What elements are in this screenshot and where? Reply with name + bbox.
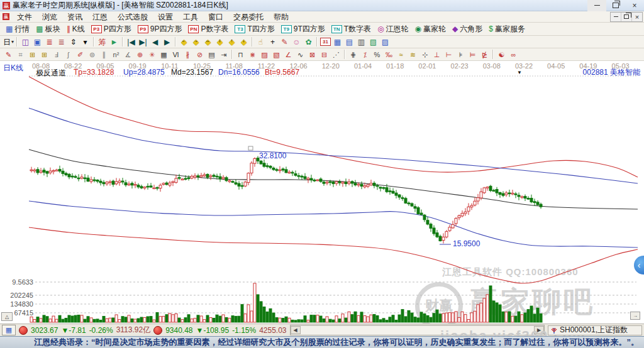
diamond-h-button[interactable]: ◆↔ — [202, 36, 214, 47]
period-selector-button[interactable]: 日▾ — [3, 36, 14, 47]
board-view-button[interactable]: ▣ — [31, 36, 43, 47]
face-mark-tool-button[interactable]: ☺ — [291, 36, 303, 47]
mdi-restore-button[interactable] — [621, 13, 631, 21]
annotate-tool-button[interactable]: ✎ — [279, 36, 291, 47]
draw-approx-2-button[interactable]: ≋ — [407, 49, 419, 60]
draw-grid-button[interactable]: ⌗ — [14, 49, 26, 60]
draw-spiral-button[interactable]: ʃ — [62, 49, 74, 60]
pane-collapse-button[interactable]: △ — [1, 312, 13, 321]
split-window-button[interactable]: ◫ — [19, 36, 31, 47]
draw-percent-button[interactable]: % — [371, 49, 383, 60]
draw-approx-1-button[interactable]: ≈ — [395, 49, 407, 60]
diamond-up-button[interactable]: ◆↑ — [226, 36, 238, 47]
step-back-button[interactable]: ◀ — [149, 36, 161, 47]
draw-parallel-button[interactable]: ∥ — [98, 49, 110, 60]
diamond-left-button[interactable]: ◆← — [178, 36, 190, 47]
yin-yang-tool-button[interactable]: ☯ — [496, 49, 508, 60]
menu-browse[interactable]: 浏览 — [37, 11, 62, 23]
draw-entail-button[interactable]: ⊨ — [467, 49, 479, 60]
bar-stats-2-button[interactable]: ≣ — [55, 36, 67, 47]
pc-tool-2-button[interactable]: ▨ — [379, 36, 391, 47]
calculator-tool-button[interactable]: ▦ — [331, 36, 343, 47]
mdi-close-button[interactable]: × — [631, 13, 642, 21]
toolbar-t-square-button[interactable]: T3T四方形 — [231, 23, 277, 35]
draw-square-grid-2-button[interactable]: ⊞ — [38, 49, 50, 60]
infinity-tool-button[interactable]: ∞ — [508, 49, 519, 60]
toolbar-9t-square-button[interactable]: T99T四方形 — [278, 23, 328, 35]
draw-rays-button[interactable]: ⋇ — [247, 49, 258, 60]
draw-ntriangle-button[interactable]: ⋭ — [479, 49, 491, 60]
draw-minus-box-button[interactable]: ⊟ — [318, 49, 330, 60]
draw-models-button[interactable]: ⊧ — [455, 49, 467, 60]
draw-wave-button[interactable]: ∿ — [294, 49, 306, 60]
draw-dots-button[interactable]: ⋰ — [330, 49, 342, 60]
restore-button[interactable] — [606, 0, 625, 11]
toolbar-p-square-button[interactable]: P3P四方形 — [88, 23, 135, 35]
toolbar-winner-service-button[interactable]: $赢家服务 — [486, 23, 528, 35]
jump-start-button[interactable]: |◀ — [125, 36, 137, 47]
draw-marker-pen-button[interactable]: ✐ — [74, 49, 86, 60]
draw-circle-slash-button[interactable]: ⊘ — [194, 49, 206, 60]
chip-distribution-button[interactable]: 筹 — [96, 36, 108, 47]
toolbar-9p-square-button[interactable]: P99P四方形 — [135, 23, 186, 35]
draw-fan-button[interactable]: ✳ — [146, 49, 158, 60]
draw-roman-button[interactable]: Ⅵ — [170, 49, 182, 60]
toolbar-kline-button[interactable]: ∥K线 — [64, 23, 88, 35]
close-button[interactable]: × — [625, 0, 644, 11]
draw-tack-button[interactable]: ⊢ — [443, 49, 455, 60]
toolbar-p-number-table-button[interactable]: PNP数字表 — [185, 23, 231, 35]
draw-extend-button[interactable]: ⇥ — [218, 49, 230, 60]
draw-pen-button[interactable]: ✎ — [3, 49, 14, 60]
step-forward-button[interactable]: ▶ — [161, 36, 173, 47]
bar-stats-1-button[interactable]: ≣ — [43, 36, 55, 47]
toolbar-hexagon-button[interactable]: ◆六角形 — [449, 23, 486, 35]
toolbar-t-number-table-button[interactable]: TNT数字表 — [328, 23, 374, 35]
draw-dark-grid-button[interactable]: ▦ — [158, 49, 170, 60]
draw-rows-button[interactable]: ▤ — [206, 49, 218, 60]
menu-gann[interactable]: 江恩 — [87, 11, 113, 23]
scroll-left-button[interactable]: ◀ — [291, 326, 301, 334]
toolbar-winner-wheel-button[interactable]: ◉赢家轮 — [412, 23, 449, 35]
menu-window[interactable]: 窗口 — [203, 11, 228, 23]
draw-n-square-button[interactable]: n² — [110, 49, 122, 60]
draw-f-line-button[interactable]: Ⅎ — [50, 49, 62, 60]
draw-circle-line-button[interactable]: ⊜ — [86, 49, 98, 60]
scale-toggle-button[interactable]: ⇕ — [67, 36, 79, 47]
draw-star-cross-button[interactable]: ⊹ — [419, 49, 431, 60]
save-layout-button[interactable]: ▤ — [343, 36, 355, 47]
draw-angle-ruler-button[interactable]: ∡ — [122, 49, 134, 60]
diamond-right-button[interactable]: ◆→ — [190, 36, 202, 47]
draw-permille-button[interactable]: ‰ — [383, 49, 395, 60]
pane-expand-button[interactable]: → — [630, 312, 640, 320]
quote-grid-icon[interactable]: ▦ — [2, 325, 16, 335]
draw-square-grid-1-button[interactable]: ⊞ — [26, 49, 38, 60]
crosshair-tool-button[interactable]: + — [267, 36, 279, 47]
mdi-minimize-button[interactable] — [611, 13, 621, 21]
menu-tools[interactable]: 工具 — [178, 11, 203, 23]
toolbar-quotes-button[interactable]: ▦行情 — [3, 23, 33, 35]
draw-hatch-1-button[interactable]: ▨ — [258, 49, 270, 60]
draw-angle-button[interactable]: ∠ — [282, 49, 294, 60]
pc-tool-1-button[interactable]: ▧ — [367, 36, 379, 47]
print-tool-button[interactable]: ▥ — [355, 36, 367, 47]
diamond-v-button[interactable]: ◆↕ — [214, 36, 226, 47]
draw-perp-button[interactable]: ⊥ — [431, 49, 443, 60]
hand-tool-button[interactable]: ☝ — [255, 36, 267, 47]
menu-file[interactable]: 文件 — [12, 11, 37, 23]
flower-mark-tool-button[interactable]: ✿ — [303, 36, 314, 47]
current-index-panel[interactable]: SH000001,上证指数 — [548, 325, 642, 335]
menu-settings[interactable]: 设置 — [153, 11, 178, 23]
draw-circle-cross-button[interactable]: ⊕ — [134, 49, 146, 60]
menu-help[interactable]: 帮助 — [269, 11, 294, 23]
draw-channel-button[interactable]: ∦ — [182, 49, 194, 60]
jump-end-button[interactable]: ▶| — [137, 36, 149, 47]
draw-x-box-button[interactable]: ⊠ — [306, 49, 318, 60]
diamond-down-button[interactable]: ◆↓ — [238, 36, 250, 47]
flag-marker-button[interactable]: ► — [108, 36, 120, 47]
draw-hash-button[interactable]: ⋕ — [347, 49, 359, 60]
draw-ratio-1-button[interactable]: ⁒ — [359, 49, 371, 60]
draw-bracket-button[interactable]: ⊓ — [235, 49, 247, 60]
menu-trade[interactable]: 交易委托 — [228, 11, 269, 23]
draw-hatch-2-button[interactable]: ▧ — [270, 49, 282, 60]
menu-news[interactable]: 资讯 — [62, 11, 87, 23]
